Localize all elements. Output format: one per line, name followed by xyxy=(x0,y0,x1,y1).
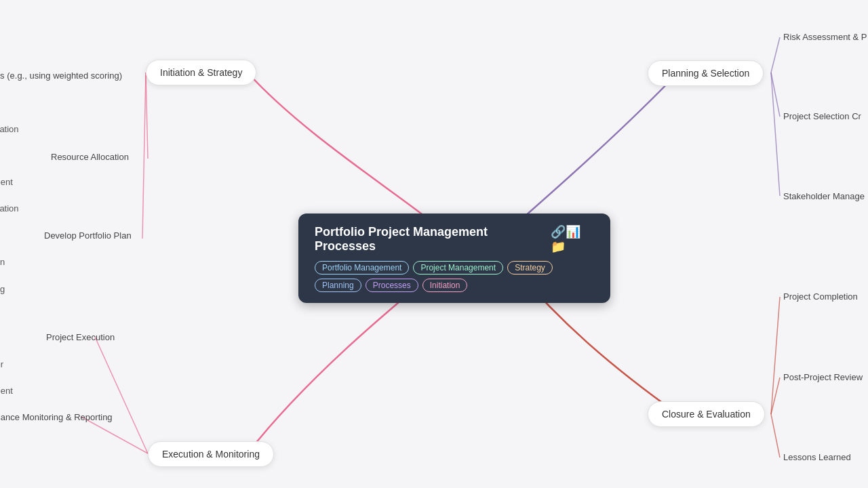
leaf-project-execution: Project Execution xyxy=(46,332,115,342)
central-tags: Portfolio Management Project Management … xyxy=(315,261,594,292)
central-emoji: 🔗📊📁 xyxy=(551,224,594,254)
branch-execution-monitoring[interactable]: Execution & Monitoring xyxy=(148,441,274,467)
leaf-risk-assessment: Risk Assessment & P xyxy=(783,32,867,42)
leaf-projects: cts (e.g., using weighted scoring) xyxy=(0,70,122,81)
branch-planning-selection[interactable]: Planning & Selection xyxy=(648,60,764,86)
branch-closure-evaluation-label: Closure & Evaluation xyxy=(662,409,751,420)
leaf-post-project-review: Post-Project Review xyxy=(783,372,863,382)
truncated-ing: ing xyxy=(0,284,5,294)
svg-line-4 xyxy=(771,37,780,73)
branch-initiation-strategy-label: Initiation & Strategy xyxy=(160,67,242,78)
leaf-stakeholder-management: Stakeholder Manage xyxy=(783,191,865,201)
svg-line-2 xyxy=(95,337,148,453)
tag-initiation[interactable]: Initiation xyxy=(422,279,468,292)
svg-line-7 xyxy=(771,297,780,414)
branch-closure-evaluation[interactable]: Closure & Evaluation xyxy=(648,401,765,427)
truncated-ment-2: ment xyxy=(0,386,13,396)
truncated-ter: ter xyxy=(0,359,3,369)
svg-line-8 xyxy=(771,378,780,414)
truncated-ment: ment xyxy=(0,177,13,187)
leaf-develop-portfolio-plan: Develop Portfolio Plan xyxy=(44,230,132,241)
leaf-resource-allocation: Resource Allocation xyxy=(51,152,129,162)
svg-line-6 xyxy=(771,73,780,196)
leaf-performance-monitoring: mance Monitoring & Reporting xyxy=(0,412,113,422)
svg-line-5 xyxy=(771,73,780,117)
tag-processes[interactable]: Processes xyxy=(366,279,418,292)
central-title-text: Portfolio Project Management Processes xyxy=(315,225,545,253)
truncated-ication-1: ication xyxy=(0,124,19,134)
central-title: Portfolio Project Management Processes 🔗… xyxy=(315,224,594,254)
svg-line-1 xyxy=(142,73,146,239)
leaf-project-completion: Project Completion xyxy=(783,291,858,302)
truncated-ion: ion xyxy=(0,257,5,267)
truncated-ication-2: ication xyxy=(0,203,19,214)
svg-line-0 xyxy=(146,73,148,159)
branch-execution-monitoring-label: Execution & Monitoring xyxy=(162,449,260,460)
central-node[interactable]: Portfolio Project Management Processes 🔗… xyxy=(298,214,610,303)
branch-initiation-strategy[interactable]: Initiation & Strategy xyxy=(146,60,256,85)
leaf-project-selection: Project Selection Cr xyxy=(783,111,861,121)
branch-planning-selection-label: Planning & Selection xyxy=(662,68,749,79)
tag-project-management[interactable]: Project Management xyxy=(413,261,503,274)
tag-portfolio[interactable]: Portfolio Management xyxy=(315,261,409,274)
svg-line-3 xyxy=(81,417,148,453)
svg-line-9 xyxy=(771,414,780,458)
tag-strategy[interactable]: Strategy xyxy=(507,261,553,274)
tag-planning[interactable]: Planning xyxy=(315,279,361,292)
mindmap-canvas: Portfolio Project Management Processes 🔗… xyxy=(0,0,868,488)
leaf-lessons-learned: Lessons Learned xyxy=(783,452,851,462)
